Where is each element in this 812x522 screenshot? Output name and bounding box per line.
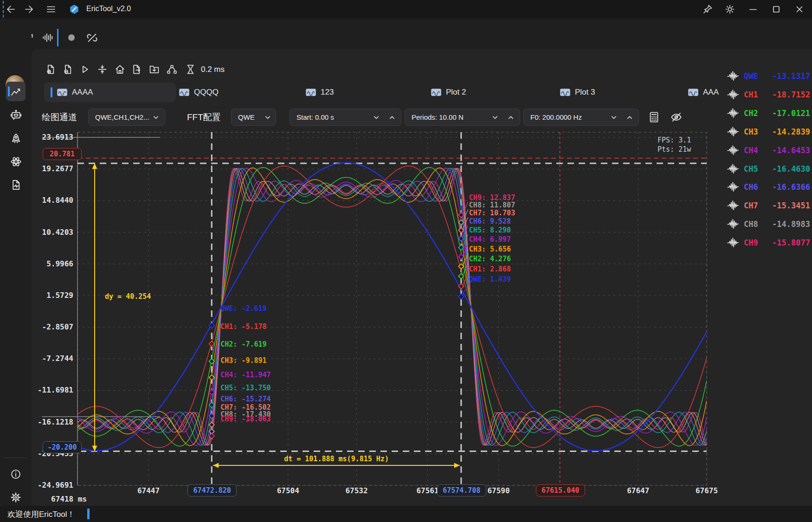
plot-thumbnail-icon bbox=[179, 89, 189, 96]
channel-value: -15.3451 bbox=[772, 201, 810, 210]
chevron-up-icon[interactable] bbox=[387, 112, 397, 122]
fft-config-label: FFT配置 bbox=[187, 111, 221, 123]
chevron-up-icon[interactable] bbox=[625, 112, 635, 122]
waveform-burst-icon bbox=[727, 181, 741, 193]
x-cursor1-badge[interactable]: 67472.820 bbox=[187, 484, 237, 496]
plot-thumbnail-icon bbox=[57, 89, 67, 96]
channel-row-ch2[interactable]: CH2-17.0121 bbox=[727, 106, 810, 120]
hamburger-menu-icon[interactable] bbox=[45, 4, 57, 15]
channel-value: -14.2839 bbox=[772, 127, 810, 136]
fft-channel-value: QWE bbox=[232, 113, 255, 121]
x-cursor2-badge[interactable]: 67574.708 bbox=[437, 484, 486, 496]
collapse-button[interactable] bbox=[97, 64, 108, 75]
fft-channel-dropdown[interactable]: QWE bbox=[231, 109, 276, 126]
tab-label: AAA bbox=[703, 88, 719, 97]
tab-123[interactable]: 123 bbox=[306, 83, 334, 102]
plot-channel-value: QWE,CH1,CH2... bbox=[89, 113, 149, 121]
channel-value: -14.6453 bbox=[772, 146, 810, 155]
tab-label: 123 bbox=[321, 88, 334, 97]
tab-plot-3[interactable]: Plot 3 bbox=[560, 83, 595, 102]
sidebar-item-atom[interactable] bbox=[6, 152, 26, 171]
channel-value: -15.8077 bbox=[772, 238, 810, 247]
chevron-down-icon[interactable] bbox=[609, 112, 619, 122]
chevron-down-icon bbox=[151, 112, 161, 122]
periods-spinner[interactable]: Periods: 10.00 N bbox=[405, 109, 520, 126]
sidebar-item-settings[interactable] bbox=[6, 488, 26, 507]
channel-row-ch4[interactable]: CH4-14.6453 bbox=[727, 143, 810, 157]
start-value: Start: 0.00 s bbox=[290, 113, 334, 121]
plot-channel-label: 绘图通道 bbox=[42, 111, 77, 123]
tab-aaaa[interactable]: AAAA bbox=[44, 83, 176, 102]
chevron-down-icon[interactable] bbox=[371, 112, 381, 122]
channel-name: CH1 bbox=[744, 90, 758, 99]
f0-spinner[interactable]: F0: 200.0000 Hz bbox=[523, 109, 639, 126]
plot-channel-dropdown[interactable]: QWE,CH1,CH2... bbox=[88, 109, 165, 126]
info-icon bbox=[10, 468, 22, 480]
maximize-button[interactable] bbox=[771, 4, 782, 15]
minimize-button[interactable] bbox=[748, 4, 759, 15]
waveform-burst-icon bbox=[727, 218, 741, 230]
chevron-down-icon bbox=[263, 112, 273, 122]
sidebar-item-robot[interactable] bbox=[6, 105, 26, 124]
active-tab-indicator bbox=[51, 87, 52, 97]
y-cursor-badge-blue[interactable]: -20.200 bbox=[43, 441, 82, 453]
calculator-icon[interactable] bbox=[648, 111, 660, 123]
y-cursor-badge-red[interactable]: 20.781 bbox=[43, 148, 82, 160]
tab-label: Plot 3 bbox=[575, 88, 595, 97]
plot-thumbnail-icon bbox=[306, 89, 316, 96]
waveform-icon[interactable] bbox=[42, 32, 54, 44]
folder-down-button[interactable] bbox=[148, 64, 160, 75]
channel-row-ch5[interactable]: CH5-16.4630 bbox=[727, 162, 810, 176]
file-wave-icon bbox=[10, 179, 22, 191]
home-button[interactable] bbox=[114, 64, 126, 75]
tab-qqqq[interactable]: QQQQ bbox=[179, 83, 219, 102]
status-message: 欢迎使用EricTool！ bbox=[7, 509, 75, 520]
channel-row-ch9[interactable]: CH9-15.8077 bbox=[727, 236, 810, 250]
f0-value: F0: 200.0000 Hz bbox=[524, 113, 582, 121]
start-spinner[interactable]: Start: 0.00 s bbox=[290, 109, 401, 126]
channel-row-ch6[interactable]: CH6-16.6366 bbox=[727, 180, 810, 194]
status-dot-icon bbox=[65, 32, 77, 44]
tab-label: Plot 2 bbox=[446, 88, 466, 97]
file-plus-button[interactable] bbox=[45, 64, 56, 75]
robot-icon bbox=[10, 109, 22, 121]
pin-icon[interactable] bbox=[702, 4, 713, 15]
file-minus-button[interactable] bbox=[62, 64, 73, 75]
channel-row-ch8[interactable]: CH8-14.8983 bbox=[727, 217, 810, 231]
channel-row-ch7[interactable]: CH7-15.3451 bbox=[727, 199, 810, 213]
chart-line-icon bbox=[10, 85, 22, 98]
theme-sun-icon[interactable] bbox=[724, 4, 735, 15]
unlink-icon[interactable] bbox=[86, 32, 98, 44]
play-button[interactable] bbox=[79, 64, 90, 75]
eye-off-icon[interactable] bbox=[670, 111, 683, 123]
waveform-burst-icon bbox=[727, 144, 741, 156]
rocket-icon bbox=[10, 132, 22, 145]
channel-row-ch3[interactable]: CH3-14.2839 bbox=[727, 125, 810, 139]
plot-thumbnail-icon bbox=[560, 89, 570, 96]
sidebar-item-rocket[interactable] bbox=[6, 129, 26, 148]
active-indicator bbox=[8, 86, 10, 97]
channel-name: CH8 bbox=[744, 219, 758, 229]
hourglass-button[interactable] bbox=[185, 64, 196, 75]
channel-row-qwe[interactable]: QWE-13.1317 bbox=[727, 69, 810, 83]
channel-name: QWE bbox=[744, 71, 758, 81]
channel-value: -18.7152 bbox=[772, 90, 810, 99]
tab-plot-2[interactable]: Plot 2 bbox=[431, 83, 466, 102]
sidebar-item-signal-file[interactable] bbox=[6, 175, 26, 194]
sidebar-item-about[interactable] bbox=[6, 464, 26, 484]
chevron-down-icon[interactable] bbox=[490, 112, 500, 122]
tab-aaa[interactable]: AAA bbox=[688, 83, 719, 102]
close-button[interactable] bbox=[794, 4, 805, 15]
channel-row-ch1[interactable]: CH1-18.7152 bbox=[727, 88, 810, 102]
waveform-burst-icon bbox=[727, 126, 741, 138]
x-cursor-red-badge[interactable]: 67615.040 bbox=[536, 484, 585, 496]
sample-time-label: 0.2 ms bbox=[201, 65, 225, 74]
forward-icon[interactable] bbox=[24, 4, 35, 15]
sidebar-item-charts[interactable] bbox=[6, 82, 26, 101]
back-icon[interactable] bbox=[5, 4, 16, 15]
file-export-button[interactable] bbox=[131, 64, 142, 75]
nodes-button[interactable] bbox=[166, 64, 178, 75]
chevron-up-icon[interactable] bbox=[506, 112, 516, 122]
waveform-burst-icon bbox=[727, 200, 741, 212]
channel-name: CH3 bbox=[744, 127, 758, 136]
